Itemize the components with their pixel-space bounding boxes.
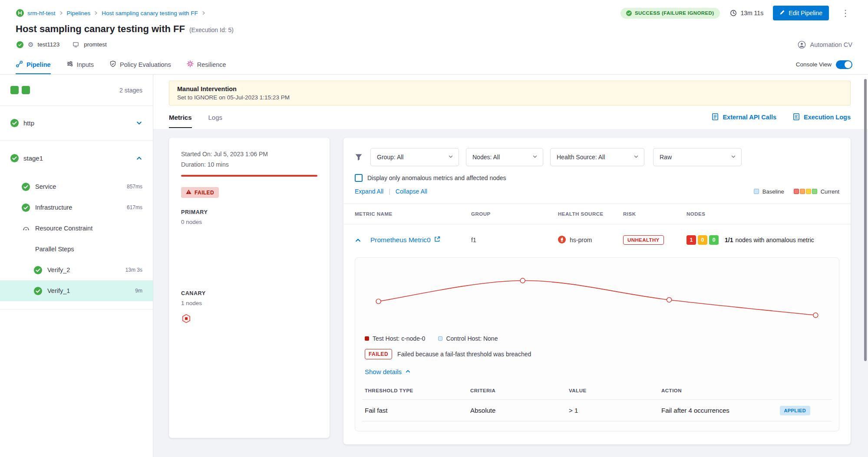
tab-metrics[interactable]: Metrics <box>169 107 192 128</box>
baseline-swatch-icon <box>754 189 759 194</box>
step-detail-content: Manual Intervention Set to IGNORE on 05-… <box>153 75 868 457</box>
current-green-swatch-icon <box>812 189 817 194</box>
console-view-toggle[interactable] <box>836 60 852 69</box>
breadcrumb-pipeline-link[interactable]: Host sampling canary testing with FF <box>102 10 198 16</box>
execution-duration: 13m 11s <box>729 9 764 17</box>
canary-node-count: 1 nodes <box>181 300 317 306</box>
step-verify-1[interactable]: Verify_1 9m <box>0 280 153 301</box>
check-circle-icon <box>626 10 632 16</box>
vertical-scrollbar[interactable] <box>864 79 867 361</box>
chevron-down-icon <box>731 154 736 161</box>
breadcrumb-pipelines-link[interactable]: Pipelines <box>67 10 91 16</box>
test-host-legend: Test Host: c-node-0 <box>365 335 425 342</box>
sidebar-stage-stage1[interactable]: stage1 <box>0 141 153 175</box>
stage-success-square-icon <box>22 86 30 94</box>
breadcrumb-project-link[interactable]: srm-hf-test <box>27 10 56 16</box>
logs-document-icon <box>793 113 800 122</box>
threshold-type: Fail fast <box>365 407 470 414</box>
metric-table-row: Prometheus Metric0 f1 hs-prom UNHEALTHY … <box>343 224 851 256</box>
step-verify-2[interactable]: Verify_2 13m 3s <box>0 260 153 280</box>
current-orange-swatch-icon <box>800 189 805 194</box>
tab-policy-evaluations[interactable]: Policy Evaluations <box>109 55 171 74</box>
unhealthy-node-count: 1 <box>686 235 696 245</box>
page-header: srm-hf-test Pipelines Host sampling cana… <box>0 0 868 55</box>
health-source-filter-select[interactable]: Health Source: All <box>550 148 644 166</box>
tab-pipeline[interactable]: Pipeline <box>16 55 51 74</box>
breadcrumb-separator-icon <box>94 11 98 15</box>
nodes-filter-select[interactable]: Nodes: All <box>466 148 543 166</box>
collapse-all-link[interactable]: Collapse All <box>396 188 427 195</box>
show-details-link[interactable]: Show details <box>362 368 832 375</box>
warning-triangle-icon <box>186 189 191 196</box>
stages-count: 2 stages <box>119 87 142 94</box>
harness-execution-page: srm-hf-test Pipelines Host sampling cana… <box>0 0 868 457</box>
breadcrumb-separator-icon <box>59 11 63 15</box>
execution-nav-tabs: Pipeline Inputs Policy Evaluations Resil… <box>0 55 868 75</box>
threshold-criteria: Absolute <box>470 407 569 414</box>
metrics-analysis-card: Group: All Nodes: All Health Source: All <box>343 138 851 444</box>
anomalous-checkbox[interactable] <box>355 174 363 182</box>
test-host-swatch-icon <box>365 336 369 341</box>
execution-id: (Execution Id: 5) <box>189 26 234 33</box>
tab-logs[interactable]: Logs <box>208 107 223 128</box>
console-view-label: Console View <box>796 61 832 68</box>
pipeline-icon <box>16 60 23 69</box>
shield-check-icon <box>109 60 116 69</box>
external-api-calls-link[interactable]: External API Calls <box>712 113 776 122</box>
step-list: Service 857ms Infrastructure 617ms Resou… <box>0 175 153 309</box>
step-parallel-steps[interactable]: Parallel Steps <box>0 239 153 260</box>
execution-status-badge: SUCCESS (FAILURE IGNORED) <box>620 8 720 19</box>
metric-timeseries-chart <box>362 264 832 329</box>
chevron-down-icon <box>448 154 453 161</box>
tab-resilience[interactable]: Resilience <box>187 55 226 74</box>
filter-icon[interactable] <box>355 153 363 161</box>
step-infrastructure[interactable]: Infrastructure 617ms <box>0 197 153 218</box>
stage-status-squares <box>10 86 30 94</box>
threshold-table-header: THRESHOLD TYPE CRITERIA VALUE ACTION <box>362 381 832 400</box>
prometheus-icon <box>558 236 566 245</box>
page-title: Host sampling canary testing with FF <box>16 23 185 35</box>
node-risk-counts: 1 0 0 1/1nodes with anomalous metric <box>686 235 839 245</box>
current-yellow-swatch-icon <box>806 189 811 194</box>
gear-icon: ⚙ <box>28 41 33 49</box>
breadcrumb: srm-hf-test Pipelines Host sampling cana… <box>16 9 206 17</box>
banner-subtitle: Set to IGNORE on 05-Jul-2023 1:15:23 PM <box>177 94 842 101</box>
tab-inputs[interactable]: Inputs <box>66 55 94 74</box>
expand-all-link[interactable]: Expand All <box>355 188 383 195</box>
external-link-icon[interactable] <box>434 236 440 244</box>
empty-icon-slot <box>22 245 30 253</box>
row-collapse-chevron-up-icon[interactable] <box>355 237 370 243</box>
check-circle-icon <box>22 183 30 191</box>
chevron-down-icon[interactable] <box>136 120 142 126</box>
anomalous-nodes-summary: 1/1nodes with anomalous metric <box>725 237 814 243</box>
edit-pipeline-button[interactable]: Edit Pipeline <box>773 6 829 20</box>
canary-node-hexagon-icon[interactable] <box>181 313 317 325</box>
applied-badge: APPLIED <box>780 406 810 415</box>
pencil-icon <box>779 10 785 16</box>
clock-icon <box>729 9 738 17</box>
sidebar-stage-http[interactable]: http <box>0 106 153 141</box>
threshold-action: Fail after 4 occurrences APPLIED <box>661 406 829 415</box>
execution-logs-link[interactable]: Execution Logs <box>793 113 851 122</box>
stage-sidebar: 2 stages http stage1 Service 857ms <box>0 75 153 457</box>
step-resource-constraint[interactable]: Resource Constraint <box>0 218 153 239</box>
group-filter-select[interactable]: Group: All <box>370 148 459 166</box>
triggered-by-user: Automation CV <box>798 40 852 49</box>
control-host-swatch-icon <box>438 336 442 341</box>
metric-name-link[interactable]: Prometheus Metric0 <box>370 236 471 244</box>
service-name: test1123 <box>37 41 59 48</box>
chart-color-legend: Baseline Current <box>754 188 839 195</box>
primary-node-count: 0 nodes <box>181 219 317 225</box>
data-mode-select[interactable]: Raw <box>653 148 742 166</box>
resource-constraint-icon <box>22 224 30 233</box>
inputs-icon <box>66 60 73 69</box>
risk-badge: UNHEALTHY <box>623 235 664 245</box>
environment-icon <box>72 40 80 49</box>
harness-project-icon <box>16 9 24 17</box>
user-avatar-icon <box>798 40 806 49</box>
verification-progress-bar <box>181 175 317 177</box>
chevron-up-icon[interactable] <box>136 155 142 161</box>
step-service[interactable]: Service 857ms <box>0 176 153 197</box>
more-options-icon[interactable]: ⋮ <box>838 8 852 18</box>
analysis-failed-message: Failed because a fail-fast threshold was… <box>397 351 531 358</box>
